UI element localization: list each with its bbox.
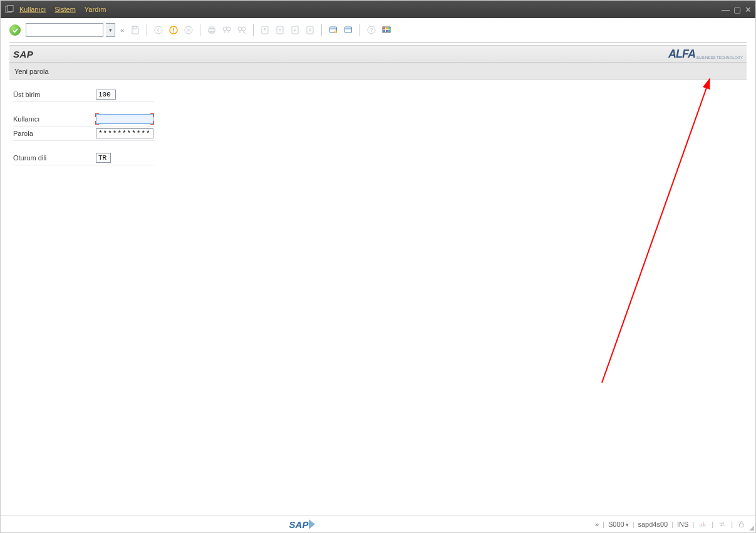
svg-rect-31 — [739, 524, 743, 527]
svg-point-11 — [227, 27, 230, 31]
password-row: Parola — [13, 127, 154, 141]
svg-rect-20 — [345, 27, 352, 33]
resize-handle-icon[interactable]: ◢ — [749, 524, 754, 531]
status-system: sapd4s00 — [638, 520, 668, 528]
page-title-bar: SAP ALFABUSINESS TECHNOLOGY — [9, 45, 747, 63]
layout-icon[interactable] — [380, 24, 393, 36]
language-row: Oturum dili — [13, 151, 154, 165]
maximize-icon[interactable]: ▢ — [733, 5, 741, 14]
new-session-icon[interactable] — [327, 24, 339, 36]
help-icon[interactable]: ? — [365, 24, 378, 36]
svg-text:?: ? — [370, 27, 373, 33]
svg-rect-28 — [386, 30, 388, 32]
first-page-icon[interactable] — [259, 24, 271, 36]
client-field[interactable] — [96, 90, 116, 100]
menu-help[interactable]: Yardım — [85, 6, 106, 13]
separator — [360, 24, 360, 36]
password-field[interactable] — [96, 128, 153, 138]
back-icon[interactable] — [152, 24, 165, 36]
print-icon[interactable] — [205, 24, 218, 36]
user-label: Kullanıcı — [13, 115, 96, 123]
svg-rect-2 — [133, 26, 137, 29]
command-field[interactable] — [26, 23, 103, 37]
sap-logo: SAP — [289, 519, 316, 530]
user-row: Kullanıcı — [13, 112, 154, 127]
svg-rect-25 — [386, 28, 388, 29]
find-next-icon[interactable] — [236, 24, 248, 36]
svg-rect-27 — [383, 30, 385, 32]
status-right: » | S000▾ | sapd4s00 | INS | | | — [595, 519, 747, 529]
signal-icon — [698, 519, 708, 529]
lock-icon[interactable] — [737, 519, 747, 529]
separator — [321, 24, 322, 36]
language-label: Oturum dili — [13, 154, 96, 162]
status-bar: SAP » | S000▾ | sapd4s00 | INS | | | — [1, 515, 755, 532]
find-icon[interactable] — [220, 24, 233, 36]
create-shortcut-icon[interactable] — [342, 24, 355, 36]
status-insert-mode: INS — [677, 520, 688, 528]
menu-system[interactable]: Sistem — [54, 6, 76, 13]
new-password-button[interactable]: Yeni parola — [14, 68, 49, 75]
brand-logo: ALFABUSINESS TECHNOLOGY — [668, 48, 743, 61]
enter-button[interactable] — [9, 24, 21, 36]
svg-rect-1 — [8, 6, 13, 12]
client-row: Üst birim — [13, 88, 154, 102]
collapse-toolbar-icon[interactable]: « — [120, 26, 124, 34]
svg-rect-24 — [383, 28, 385, 29]
language-field[interactable] — [96, 153, 111, 163]
svg-point-3 — [155, 26, 162, 34]
client-label: Üst birim — [13, 91, 96, 98]
svg-point-5 — [173, 31, 174, 33]
password-label: Parola — [13, 130, 96, 137]
svg-rect-29 — [388, 30, 390, 32]
transfer-icon[interactable] — [717, 519, 727, 529]
last-page-icon[interactable] — [304, 24, 316, 36]
exit-icon[interactable] — [167, 24, 180, 36]
title-bar: Kullanıcı Sistem Yardım — ▢ ✕ — [1, 1, 755, 18]
separator — [200, 24, 200, 36]
status-expand-icon[interactable]: » — [595, 520, 599, 528]
sap-gui-window: Kullanıcı Sistem Yardım — ▢ ✕ ▾ « — [0, 0, 756, 533]
application-toolbar: Yeni parola — [9, 63, 747, 80]
separator — [147, 24, 147, 36]
page-title: SAP — [13, 49, 33, 60]
user-field[interactable] — [96, 114, 153, 124]
prev-page-icon[interactable] — [274, 24, 286, 36]
svg-point-13 — [242, 27, 246, 31]
window-controls: — ▢ ✕ — [722, 1, 752, 18]
login-form: Üst birim Kullanıcı Parola Oturum dili — [1, 80, 755, 173]
command-history-dropdown[interactable]: ▾ — [106, 23, 115, 37]
close-icon[interactable]: ✕ — [745, 5, 752, 14]
svg-rect-26 — [388, 28, 390, 29]
minimize-icon[interactable]: — — [722, 5, 730, 14]
menu-user[interactable]: Kullanıcı — [19, 6, 46, 13]
svg-point-10 — [223, 27, 227, 31]
next-page-icon[interactable] — [289, 24, 301, 36]
svg-rect-8 — [210, 27, 214, 29]
save-icon[interactable] — [129, 24, 142, 36]
toolbar: ▾ « — [1, 18, 755, 43]
status-tcode[interactable]: S000▾ — [608, 520, 629, 528]
cancel-icon[interactable] — [182, 24, 195, 36]
app-icon — [4, 4, 14, 14]
svg-point-12 — [238, 27, 242, 31]
separator — [253, 24, 254, 36]
